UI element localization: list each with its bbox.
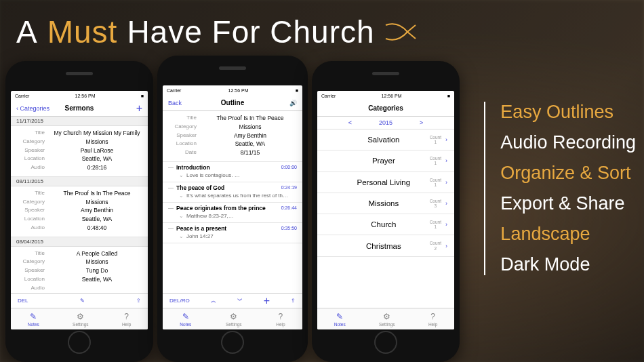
phone-categories: Carrier 12:56 PM ■ Categories < 2015 > S… xyxy=(312,61,460,362)
notes-icon: ✎ xyxy=(30,312,37,321)
category-row[interactable]: MissionsCount3› xyxy=(317,193,454,214)
category-row[interactable]: SalvationCount1› xyxy=(317,129,454,150)
screen-categories: Carrier 12:56 PM ■ Categories < 2015 > S… xyxy=(317,91,454,329)
fish-icon xyxy=(384,22,418,41)
category-name: Church xyxy=(338,220,430,228)
compose-icon[interactable]: ✎ xyxy=(80,298,85,304)
tab-notes[interactable]: ✎Notes xyxy=(28,312,39,327)
outline-section[interactable]: —Peace is a present0:35:50⌄John 14:27 xyxy=(163,223,302,243)
expand-icon[interactable]: ︾ xyxy=(237,297,243,304)
add-outline-button[interactable]: + xyxy=(264,295,270,307)
carrier-label: Carrier xyxy=(167,88,181,93)
chevron-icon: — xyxy=(168,164,174,170)
feature-item: Export & Share xyxy=(500,193,636,214)
field-value: Seattle, WA xyxy=(52,215,142,224)
category-name: Prayer xyxy=(338,157,430,165)
notes-icon: ✎ xyxy=(182,312,189,321)
battery-icon: ■ xyxy=(447,94,450,98)
tab-notes[interactable]: ✎Notes xyxy=(180,312,191,327)
speaker-icon[interactable]: 🔊 xyxy=(263,100,297,106)
outline-content[interactable]: TitleThe Proof Is In The Peace CategoryM… xyxy=(163,111,302,293)
chevron-right-icon: › xyxy=(445,136,447,143)
category-row[interactable]: ChristmasCount2› xyxy=(317,235,454,256)
back-button[interactable]: Back xyxy=(168,100,202,106)
sermon-item[interactable]: TitleA People CalledCategoryMissionsSpea… xyxy=(11,247,148,294)
tab-notes[interactable]: ✎Notes xyxy=(334,312,346,327)
field-label: Location xyxy=(16,215,45,224)
add-button[interactable]: + xyxy=(108,102,142,115)
status-time: 12:56 PM xyxy=(75,94,96,98)
battery-icon: ■ xyxy=(296,88,298,93)
year-prev-button[interactable]: < xyxy=(348,119,352,126)
category-name: Salvation xyxy=(338,136,430,144)
sermon-item[interactable]: TitleMy Church My Mission My FamilyCateg… xyxy=(11,126,148,177)
outline-title: Peace originates from the prince xyxy=(176,205,266,212)
outline-header: TitleThe Proof Is In The Peace CategoryM… xyxy=(163,111,302,162)
back-categories-button[interactable]: ‹ Categories xyxy=(16,105,50,112)
outline-subtext: John 14:27 xyxy=(186,233,214,239)
tab-settings[interactable]: ⚙Settings xyxy=(379,312,395,327)
tab-bar: ✎Notes ⚙Settings ?Help xyxy=(317,308,454,329)
screen-outline: Carrier 12:56 PM ■ Back Outline 🔊 TitleT… xyxy=(163,85,302,329)
outline-section[interactable]: —The peace of God0:24:19⌄It's what separ… xyxy=(163,182,302,203)
feature-item: Easy Outlines xyxy=(500,102,636,123)
category-count: Count1 xyxy=(430,220,441,229)
outline-section[interactable]: —Introduction0:00:00⌄Love is contagious.… xyxy=(163,162,302,182)
chevron-down-icon: ⌄ xyxy=(179,172,184,178)
field-value: The Proof Is In The Peace xyxy=(52,189,142,198)
notes-icon: ✎ xyxy=(336,312,343,321)
chevron-right-icon: › xyxy=(445,221,447,228)
screen-sermons: Carrier 12:56 PM ■ ‹ Categories Sermons … xyxy=(11,91,148,329)
field-label: Speaker xyxy=(16,146,45,155)
tab-settings[interactable]: ⚙Settings xyxy=(226,312,242,327)
share-icon[interactable]: ⇪ xyxy=(291,298,296,304)
tab-settings[interactable]: ⚙Settings xyxy=(73,312,89,327)
bottom-toolbar: DEL/RO ︽ ︾ + ⇪ xyxy=(163,293,302,308)
field-value: 0:48:40 xyxy=(52,224,142,233)
tab-help[interactable]: ?Help xyxy=(428,312,437,327)
status-time: 12:56 PM xyxy=(382,94,402,98)
field-label: Title xyxy=(16,249,45,258)
field-label: Audio xyxy=(16,163,45,172)
sermon-item[interactable]: TitleThe Proof Is In The PeaceCategoryMi… xyxy=(11,186,148,237)
outline-timestamp: 0:00:00 xyxy=(281,165,297,169)
year-nav: < 2015 > xyxy=(317,117,454,129)
carrier-label: Carrier xyxy=(15,94,29,98)
category-name: Personal Living xyxy=(338,178,430,186)
chevron-down-icon: ⌄ xyxy=(179,233,184,239)
chevron-right-icon: › xyxy=(445,157,447,164)
category-row[interactable]: Personal LivingCount1› xyxy=(317,172,454,193)
chevron-icon: — xyxy=(168,205,174,211)
category-list[interactable]: SalvationCount1›PrayerCount1›Personal Li… xyxy=(317,129,454,308)
collapse-icon[interactable]: ︽ xyxy=(211,297,216,304)
field-label: Audio xyxy=(16,224,45,233)
nav-title: Categories xyxy=(368,104,403,112)
feature-item: Audio Recording xyxy=(500,132,636,153)
chevron-icon: — xyxy=(168,225,174,231)
tab-help[interactable]: ?Help xyxy=(276,312,285,327)
field-label: Category xyxy=(16,198,45,207)
field-label: Location xyxy=(16,275,45,284)
outline-title: Peace is a present xyxy=(176,225,226,232)
delete-button[interactable]: DEL xyxy=(18,298,28,304)
chevron-right-icon: › xyxy=(445,200,447,207)
field-label: Category xyxy=(16,258,45,266)
field-value: Paul LaRose xyxy=(52,146,142,155)
category-row[interactable]: PrayerCount1› xyxy=(317,150,454,172)
sermon-list[interactable]: 11/17/2015TitleMy Church My Mission My F… xyxy=(11,117,148,293)
category-row[interactable]: ChurchCount1› xyxy=(317,214,454,235)
gear-icon: ⚙ xyxy=(230,312,237,321)
help-icon: ? xyxy=(124,312,129,321)
outline-section[interactable]: —Peace originates from the prince0:26:44… xyxy=(163,203,302,223)
delro-button[interactable]: DEL/RO xyxy=(169,298,190,304)
help-icon: ? xyxy=(279,312,283,321)
feature-list: Easy OutlinesAudio RecordingOrganize & S… xyxy=(484,102,636,275)
tab-help[interactable]: ?Help xyxy=(122,312,131,327)
carrier-label: Carrier xyxy=(321,94,336,98)
field-value xyxy=(52,284,142,292)
category-name: Christmas xyxy=(338,242,430,250)
share-icon[interactable]: ⇪ xyxy=(136,298,141,304)
field-value: Missions xyxy=(52,198,142,207)
field-label: Speaker xyxy=(16,266,45,275)
year-next-button[interactable]: > xyxy=(420,119,423,126)
